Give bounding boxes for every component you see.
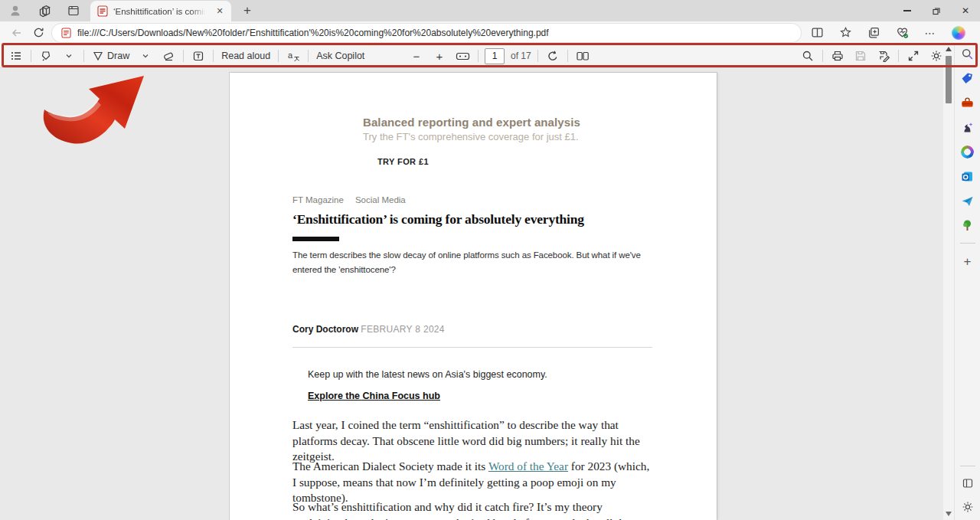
search-icon xyxy=(961,47,974,61)
favorites-button[interactable] xyxy=(837,25,854,41)
article-byline: Cory Doctorow FEBRUARY 8 2024 xyxy=(292,324,445,335)
title-bar: ‘Enshittification’ is coming for ab ✕ + … xyxy=(0,0,980,21)
print-button[interactable] xyxy=(829,47,846,65)
tab-close-button[interactable]: ✕ xyxy=(213,5,227,18)
paragraph-3: So what’s enshittification and why did i… xyxy=(292,499,654,520)
rotate-button[interactable] xyxy=(544,47,561,65)
word-of-the-year-link[interactable]: Word of the Year xyxy=(488,459,568,473)
toolbar-divider xyxy=(537,50,538,62)
zoom-in-button[interactable]: + xyxy=(431,47,448,65)
highlight-button[interactable] xyxy=(38,47,54,65)
sidebar-search-button[interactable] xyxy=(961,47,975,61)
article-categories: FT Magazine Social Media xyxy=(292,195,406,204)
byline-divider xyxy=(292,347,652,348)
sidebar-microsoft365-button[interactable] xyxy=(961,145,975,159)
china-focus-hub-link[interactable]: Explore the China Focus hub xyxy=(308,391,440,401)
sidebar-tree-button[interactable] xyxy=(961,218,975,232)
draw-pen-icon xyxy=(92,50,104,62)
read-aloud-button[interactable]: Read aloud xyxy=(220,47,272,65)
back-button[interactable] xyxy=(6,23,28,43)
page-view-icon xyxy=(576,50,590,62)
print-icon xyxy=(831,50,844,62)
highlight-options-button[interactable] xyxy=(60,47,77,65)
split-screen-icon xyxy=(811,26,824,39)
restore-icon xyxy=(932,6,941,15)
window-minimize-button[interactable] xyxy=(893,0,922,21)
split-screen-button[interactable] xyxy=(808,25,825,41)
draw-options-button[interactable] xyxy=(137,47,154,65)
scroll-down-arrow[interactable] xyxy=(946,512,952,516)
table-of-contents-icon xyxy=(10,50,22,62)
url-field[interactable]: file:///C:/Users/Downloads/New%20folder/… xyxy=(52,24,801,42)
window-restore-button[interactable] xyxy=(922,0,951,21)
add-text-button[interactable] xyxy=(190,47,207,65)
table-of-contents-button[interactable] xyxy=(8,47,24,65)
category-social-media[interactable]: Social Media xyxy=(355,195,406,204)
sidebar-drop-button[interactable] xyxy=(961,194,975,208)
url-text: file:///C:/Users/Downloads/New%20folder/… xyxy=(77,28,549,38)
paragraph-1-text: Last year, I coined the term “enshittifi… xyxy=(292,418,640,463)
settings-menu-button[interactable]: ⋯ xyxy=(922,25,939,41)
author-name: Cory Doctorow xyxy=(292,324,358,335)
scroll-up-arrow[interactable] xyxy=(946,47,952,51)
draw-button[interactable]: Draw xyxy=(90,47,131,65)
tab-actions-icon[interactable] xyxy=(64,2,83,20)
copilot-button[interactable] xyxy=(950,25,967,41)
pdf-file-icon xyxy=(61,28,71,38)
new-tab-button[interactable]: + xyxy=(237,2,257,20)
browser-window: ‘Enshittification’ is coming for ab ✕ + … xyxy=(0,0,980,520)
ask-copilot-button[interactable]: Ask Copilot xyxy=(315,47,366,65)
fullscreen-button[interactable] xyxy=(905,47,922,65)
category-ft-magazine[interactable]: FT Magazine xyxy=(292,195,344,204)
favorites-star-icon xyxy=(839,26,852,39)
toolbar-divider xyxy=(478,50,479,62)
sidebar-outlook-button[interactable] xyxy=(961,169,975,183)
profile-avatar-icon[interactable] xyxy=(6,2,24,20)
pdf-viewport: Balanced reporting and expert analysis T… xyxy=(0,68,943,520)
workspaces-icon[interactable] xyxy=(35,2,54,20)
chevron-down-icon xyxy=(65,52,73,60)
save-button[interactable] xyxy=(852,47,869,65)
sidebar-customize-button[interactable]: + xyxy=(961,254,975,268)
tree-icon xyxy=(961,219,974,232)
chess-knight-icon xyxy=(961,121,974,134)
translate-button[interactable]: a xyxy=(285,47,302,65)
minimize-icon xyxy=(903,10,911,11)
sidebar-settings-button[interactable] xyxy=(961,500,975,514)
page-view-button[interactable] xyxy=(574,47,591,65)
sidebar-games-button[interactable] xyxy=(961,120,975,134)
toolbar-divider xyxy=(183,50,184,62)
search-document-button[interactable] xyxy=(799,47,816,65)
sidebar-panel-toggle-button[interactable] xyxy=(961,476,975,490)
browser-essentials-icon xyxy=(896,26,909,39)
save-as-button[interactable] xyxy=(875,47,892,65)
sidebar-tools-button[interactable] xyxy=(961,96,975,110)
toolbar-divider xyxy=(567,50,568,62)
vertical-scrollbar[interactable] xyxy=(943,44,954,520)
erase-button[interactable] xyxy=(160,47,177,65)
gear-icon xyxy=(930,50,942,62)
collections-button[interactable] xyxy=(865,25,882,41)
window-close-button[interactable]: ✕ xyxy=(951,0,980,21)
refresh-icon xyxy=(33,27,44,38)
publish-date: FEBRUARY 8 2024 xyxy=(361,324,444,335)
zoom-out-button[interactable]: − xyxy=(408,47,425,65)
page-number-input[interactable] xyxy=(485,48,505,64)
add-text-icon xyxy=(192,50,204,62)
sidebar-shopping-button[interactable] xyxy=(961,71,975,85)
refresh-button[interactable] xyxy=(28,23,49,43)
scrollbar-thumb[interactable] xyxy=(946,56,952,103)
translate-icon: a xyxy=(287,50,300,62)
paper-plane-icon xyxy=(961,195,974,208)
pdf-settings-button[interactable] xyxy=(928,47,945,65)
draw-label: Draw xyxy=(107,51,129,61)
paragraph-2-pre: The American Dialect Society made it its xyxy=(292,459,488,473)
outlook-icon xyxy=(961,170,974,183)
active-tab[interactable]: ‘Enshittification’ is coming for ab ✕ xyxy=(90,1,231,21)
save-as-icon xyxy=(877,50,890,62)
china-promo-text: Keep up with the latest news on Asia's b… xyxy=(308,369,547,380)
browser-essentials-button[interactable] xyxy=(893,25,910,41)
ft-ad-cta-link[interactable]: TRY FOR £1 xyxy=(377,157,429,166)
fit-to-width-button[interactable] xyxy=(454,47,472,65)
sidebar-divider xyxy=(960,466,975,466)
